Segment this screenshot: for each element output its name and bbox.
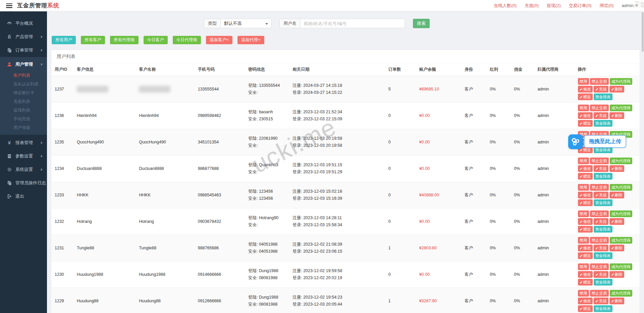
action-button-删除[interactable]: 删除 [609, 165, 624, 172]
action-button-删除[interactable]: 删除 [609, 245, 624, 251]
sidebar-item[interactable]: 用户管理 [0, 58, 47, 71]
sidebar-subitem[interactable]: 手动充值 [0, 115, 47, 123]
toolbar-button[interactable]: 所有用户 [52, 36, 76, 44]
action-button-资金报表[interactable]: 资金报表 [594, 252, 612, 259]
action-button-修改[interactable]: 修改 [578, 112, 593, 119]
action-button-禁用[interactable]: 禁用 [578, 237, 589, 244]
sidebar-item[interactable]: B产品管理 [0, 30, 47, 44]
action-button-禁用[interactable]: 禁用 [578, 263, 589, 270]
action-button-删除[interactable]: 删除 [609, 298, 624, 304]
action-button-资金报表[interactable]: 资金报表 [594, 279, 612, 286]
action-button-充值[interactable]: 充值 [594, 86, 608, 92]
action-button-充值[interactable]: 充值 [594, 192, 608, 198]
action-button-赠送[interactable]: 赠送 [578, 173, 593, 180]
action-button-赠送[interactable]: 赠送 [578, 199, 593, 206]
action-button-删除[interactable]: 删除 [609, 218, 624, 225]
type-select[interactable]: 默认不选 [220, 19, 271, 28]
sidebar-subitem[interactable]: 实名认证列表 [0, 80, 47, 88]
action-button-删除[interactable]: 删除 [609, 86, 624, 92]
sidebar-item[interactable]: 参数设置 [0, 149, 47, 163]
action-button-充值[interactable]: 充值 [594, 271, 608, 278]
action-button-成为代理商[interactable]: 成为代理商 [610, 290, 633, 297]
toolbar-button[interactable]: 添加客户+ [206, 36, 232, 44]
action-button-资金报表[interactable]: 资金报表 [594, 120, 612, 127]
action-button-禁止交易[interactable]: 禁止交易 [590, 105, 609, 111]
action-button-删除[interactable]: 删除 [609, 112, 624, 119]
action-button-成为代理商[interactable]: 成为代理商 [610, 263, 633, 270]
topbar-link[interactable]: 提现(2) [547, 3, 561, 9]
action-button-资金报表[interactable]: 资金报表 [594, 199, 612, 206]
scrollbar-thumb[interactable] [642, 12, 644, 52]
toolbar-button[interactable]: 所有客户 [81, 36, 105, 44]
action-button-禁止交易[interactable]: 禁止交易 [590, 210, 609, 217]
action-button-资金报表[interactable]: 资金报表 [594, 226, 612, 233]
action-button-修改[interactable]: 修改 [578, 165, 593, 172]
sidebar-subitem[interactable]: 提现列表 [0, 106, 47, 115]
action-button-禁止交易[interactable]: 禁止交易 [590, 290, 609, 297]
action-button-资金报表[interactable]: 资金报表 [594, 173, 612, 180]
menu-toggle-icon[interactable] [6, 3, 12, 8]
action-button-赠送[interactable]: 赠送 [578, 279, 593, 286]
action-button-修改[interactable]: 修改 [578, 298, 593, 304]
action-button-赠送[interactable]: 赠送 [578, 252, 593, 259]
action-button-赠送[interactable]: 赠送 [578, 120, 593, 127]
sidebar-item[interactable]: 订单管理 [0, 44, 47, 57]
sidebar-item[interactable]: ¥报表管理 [0, 136, 47, 149]
action-button-禁用[interactable]: 禁用 [578, 210, 589, 217]
action-button-成为代理商[interactable]: 成为代理商 [610, 237, 633, 244]
toolbar-button[interactable]: 今日代理商 [173, 36, 201, 44]
topbar-link[interactable]: 绑定(0) [600, 3, 614, 9]
action-button-资金报表[interactable]: 资金报表 [594, 305, 612, 312]
sidebar-subitem[interactable]: 客户列表 [0, 71, 47, 80]
action-button-充值[interactable]: 充值 [594, 112, 608, 119]
toolbar-button[interactable]: 所有代理商 [110, 36, 139, 44]
sidebar-subitem[interactable]: 绑定银行卡 [0, 88, 47, 97]
topbar-link[interactable]: 交易订单(0) [569, 3, 592, 9]
action-button-修改[interactable]: 修改 [578, 218, 593, 225]
drag-upload-box[interactable]: 拖拽至此上传 [584, 135, 626, 148]
toolbar-button[interactable]: 添加代理+ [237, 36, 264, 44]
action-button-禁止交易[interactable]: 禁止交易 [590, 263, 609, 270]
action-button-禁止交易[interactable]: 禁止交易 [590, 158, 609, 164]
action-button-成为代理商[interactable]: 成为代理商 [610, 184, 633, 191]
action-button-成为代理商[interactable]: 成为代理商 [610, 210, 633, 217]
action-button-充值[interactable]: 充值 [594, 165, 608, 172]
drag-upload-overlay[interactable]: 拖拽至此上传 [568, 134, 626, 149]
action-button-删除[interactable]: 删除 [609, 192, 624, 198]
action-button-禁用[interactable]: 禁用 [578, 184, 589, 191]
action-button-充值[interactable]: 充值 [594, 298, 608, 304]
action-button-禁止交易[interactable]: 禁止交易 [590, 184, 609, 191]
username-input[interactable] [300, 19, 405, 28]
sidebar-item[interactable]: 平台概况 [0, 17, 47, 30]
action-button-修改[interactable]: 修改 [578, 271, 593, 278]
action-button-禁用[interactable]: 禁用 [578, 290, 589, 297]
action-button-赠送[interactable]: 赠送 [578, 305, 593, 312]
action-button-成为代理商[interactable]: 成为代理商 [610, 78, 633, 85]
action-button-成为代理商[interactable]: 成为代理商 [610, 158, 633, 164]
sidebar-item[interactable]: 退出 [0, 190, 47, 203]
toolbar-button[interactable]: 今日客户 [144, 36, 168, 44]
action-button-赠送[interactable]: 赠送 [578, 93, 593, 100]
action-button-充值[interactable]: 充值 [594, 245, 608, 251]
action-button-禁止交易[interactable]: 禁止交易 [590, 78, 609, 85]
action-button-修改[interactable]: 修改 [578, 86, 593, 92]
action-button-修改[interactable]: 修改 [578, 245, 593, 251]
action-button-禁用[interactable]: 禁用 [578, 158, 589, 164]
sidebar-subitem[interactable]: 用户等级 [0, 123, 47, 132]
sidebar-subitem[interactable]: 充值列表 [0, 97, 47, 106]
topbar-link[interactable]: 在线人数(0) [494, 3, 517, 9]
sidebar-item[interactable]: 系统设置 [0, 163, 47, 176]
sidebar-item[interactable]: 管理员操作日志 [0, 176, 47, 190]
action-button-成为代理商[interactable]: 成为代理商 [610, 105, 633, 111]
action-button-禁用[interactable]: 禁用 [578, 105, 589, 111]
action-button-充值[interactable]: 充值 [594, 218, 608, 225]
topbar-link[interactable]: 充值(0) [525, 3, 539, 9]
search-button[interactable]: 搜索 [413, 19, 430, 28]
action-button-修改[interactable]: 修改 [578, 192, 593, 198]
action-button-禁止交易[interactable]: 禁止交易 [590, 237, 609, 244]
action-button-删除[interactable]: 删除 [609, 271, 624, 278]
action-button-禁用[interactable]: 禁用 [578, 78, 589, 85]
action-button-资金报表[interactable]: 资金报表 [594, 93, 612, 100]
action-button-赠送[interactable]: 赠送 [578, 226, 593, 233]
admin-dropdown[interactable]: admin [622, 3, 638, 8]
